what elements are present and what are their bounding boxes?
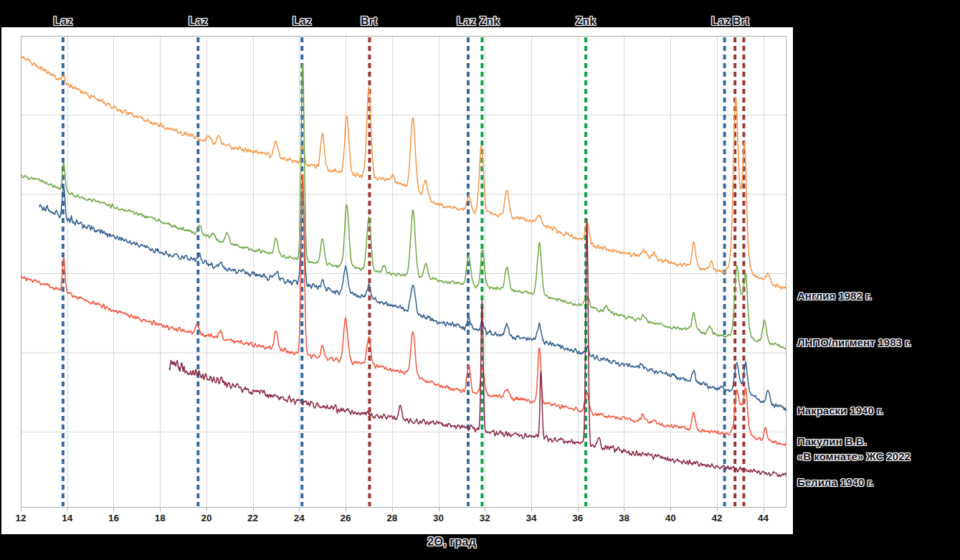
- series-line: [21, 57, 786, 290]
- mineral-label: Brt: [733, 15, 749, 28]
- series-line: [39, 187, 786, 412]
- mineral-label: Znk: [576, 15, 596, 28]
- plot-frame: [22, 37, 786, 508]
- x-tick-label: 38: [619, 513, 629, 523]
- series-label-line: Белила 1940 г.: [797, 475, 873, 490]
- x-tick-label: 18: [155, 513, 166, 523]
- mineral-label: Znk: [480, 15, 500, 28]
- series-label: Белила 1940 г.: [797, 475, 873, 490]
- x-tick-label: 28: [386, 513, 397, 523]
- x-tick-label: 20: [201, 513, 212, 523]
- series-label: Накраски 1940 г.: [797, 403, 883, 418]
- x-tick-label: 42: [711, 513, 722, 523]
- x-tick-label: 24: [294, 513, 305, 523]
- x-tick-label: 32: [480, 513, 490, 523]
- plot-area: [21, 36, 786, 513]
- series-label: Англия 1982 г.: [797, 288, 872, 303]
- mineral-label: Laz: [293, 15, 312, 28]
- x-tick-label: 14: [62, 513, 72, 523]
- series-label: ЛНПО/пигмент 1983 г.: [797, 335, 911, 350]
- x-tick-label: 12: [15, 513, 26, 523]
- x-tick-label: 30: [433, 513, 444, 523]
- series-line: [169, 219, 786, 477]
- x-tick-label: 16: [108, 513, 119, 523]
- x-tick-label: 34: [526, 513, 536, 523]
- chart-panel: [1, 27, 793, 534]
- mineral-label: Laz: [189, 15, 208, 28]
- x-tick-label: 40: [665, 513, 676, 523]
- series-label-line: Накраски 1940 г.: [797, 403, 883, 418]
- series-label: Пакулин В.В.«В комнате» ЖС 2022: [797, 434, 911, 464]
- x-axis-title: 2Θ, град: [427, 535, 476, 549]
- x-tick-label: 26: [341, 513, 351, 523]
- series-line: [21, 65, 786, 348]
- x-tick-label: 44: [758, 513, 769, 523]
- series-label-line: «В комнате» ЖС 2022: [797, 449, 911, 464]
- x-tick-label: 22: [247, 513, 258, 523]
- series-label-line: Пакулин В.В.: [797, 434, 911, 449]
- mineral-label: Laz: [711, 15, 731, 28]
- mineral-label: Brt: [361, 15, 377, 28]
- series-label-line: Англия 1982 г.: [797, 288, 872, 303]
- series-label-line: ЛНПО/пигмент 1983 г.: [797, 335, 911, 350]
- x-tick-label: 36: [572, 513, 583, 523]
- mineral-label: Laz: [457, 15, 476, 28]
- mineral-label: Laz: [54, 15, 73, 28]
